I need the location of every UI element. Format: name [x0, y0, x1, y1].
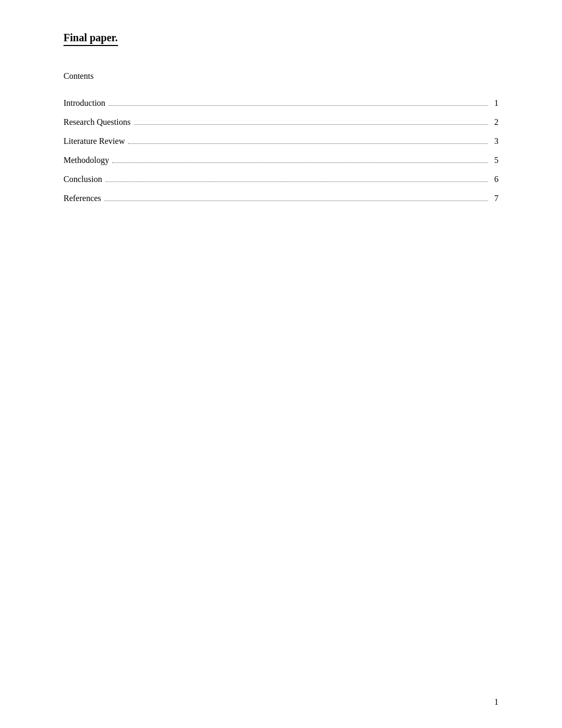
- toc-entry-label: Literature Review: [64, 136, 128, 146]
- table-of-contents: Introduction1Research Questions2Literatu…: [64, 94, 498, 208]
- toc-entry-dots: [105, 181, 488, 182]
- toc-entry-label: Research Questions: [64, 117, 134, 127]
- toc-entry-label: Introduction: [64, 98, 108, 108]
- toc-entry-page: 3: [488, 136, 498, 146]
- toc-entry-label: Conclusion: [64, 175, 105, 184]
- toc-entry: Methodology5: [64, 151, 498, 170]
- toc-entry-label: References: [64, 194, 104, 203]
- toc-entry-dots: [108, 105, 488, 106]
- toc-entry-page: 1: [488, 98, 498, 108]
- document-title: Final paper.: [64, 32, 118, 46]
- toc-entry: Introduction1: [64, 94, 498, 113]
- toc-entry-dots: [134, 124, 488, 125]
- toc-entry: References7: [64, 189, 498, 208]
- page-number: 1: [494, 697, 498, 707]
- toc-entry-page: 7: [488, 194, 498, 203]
- toc-entry-dots: [104, 201, 488, 201]
- toc-entry-page: 2: [488, 117, 498, 127]
- document-page: Final paper. Contents Introduction1Resea…: [0, 0, 562, 728]
- toc-entry: Literature Review3: [64, 132, 498, 151]
- toc-entry: Research Questions2: [64, 113, 498, 132]
- toc-entry-dots: [128, 143, 488, 144]
- toc-entry-page: 5: [488, 156, 498, 165]
- toc-entry: Conclusion6: [64, 170, 498, 189]
- toc-entry-label: Methodology: [64, 156, 112, 165]
- toc-entry-page: 6: [488, 175, 498, 184]
- contents-heading: Contents: [64, 71, 498, 81]
- toc-entry-dots: [112, 162, 488, 163]
